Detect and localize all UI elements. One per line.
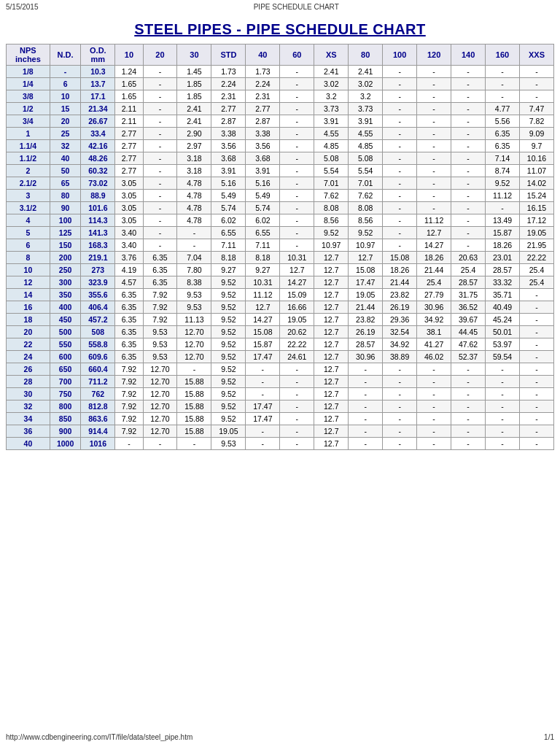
cell-r0-c3: 1.24	[115, 66, 143, 78]
cell-r28-c10: -	[349, 413, 383, 425]
cell-r17-c2: 323.9	[81, 276, 115, 289]
cell-r13-c6: 6.55	[211, 227, 246, 239]
cell-r11-c11: -	[383, 202, 417, 214]
cell-r22-c11: 34.92	[383, 338, 417, 351]
cell-r30-c10: -	[349, 438, 383, 450]
cell-r26-c0: 30	[7, 388, 50, 400]
cell-r21-c14: 50.01	[486, 326, 520, 338]
cell-r11-c6: 5.74	[211, 202, 246, 214]
cell-r17-c6: 9.52	[211, 276, 246, 289]
cell-r4-c14: 5.56	[486, 115, 520, 128]
cell-r17-c0: 12	[7, 276, 50, 289]
cell-r29-c6: 19.05	[211, 425, 246, 438]
cell-r11-c13: -	[451, 202, 486, 214]
cell-r14-c5: -	[177, 239, 211, 252]
table-row: 26650660.47.9212.70-9.52--12.7------	[7, 363, 554, 376]
cell-r3-c12: -	[417, 103, 451, 115]
cell-r29-c15: -	[520, 425, 554, 438]
cell-r8-c2: 60.32	[81, 165, 115, 177]
cell-r10-c8: -	[280, 190, 314, 202]
cell-r9-c8: -	[280, 177, 314, 190]
cell-r12-c0: 4	[7, 214, 50, 227]
cell-r9-c6: 5.16	[211, 177, 246, 190]
cell-r29-c4: 12.70	[143, 425, 177, 438]
cell-r2-c3: 1.65	[115, 90, 143, 103]
cell-r9-c12: -	[417, 177, 451, 190]
cell-r12-c12: 11.12	[417, 214, 451, 227]
cell-r27-c6: 9.52	[211, 400, 246, 413]
cell-r5-c9: 4.55	[314, 128, 349, 140]
cell-r3-c4: -	[143, 103, 177, 115]
cell-r17-c10: 17.47	[349, 276, 383, 289]
cell-r16-c9: 12.7	[314, 264, 349, 276]
cell-r14-c8: -	[280, 239, 314, 252]
cell-r13-c10: 9.52	[349, 227, 383, 239]
cell-r21-c13: 44.45	[451, 326, 486, 338]
cell-r28-c6: 9.52	[211, 413, 246, 425]
cell-r26-c11: -	[383, 388, 417, 400]
cell-r9-c13: -	[451, 177, 486, 190]
cell-r23-c13: 52.37	[451, 351, 486, 363]
cell-r0-c5: 1.45	[177, 66, 211, 78]
cell-r23-c12: 46.02	[417, 351, 451, 363]
cell-r19-c11: 26.19	[383, 301, 417, 314]
col-10: 10	[115, 44, 143, 66]
cell-r2-c1: 10	[50, 90, 81, 103]
cell-r1-c4: -	[143, 78, 177, 90]
cell-r21-c12: 38.1	[417, 326, 451, 338]
col-60: 60	[280, 44, 314, 66]
cell-r28-c15: -	[520, 413, 554, 425]
cell-r9-c11: -	[383, 177, 417, 190]
col-40: 40	[246, 44, 280, 66]
table-row: 36900914.47.9212.7015.8819.05--12.7-----…	[7, 425, 554, 438]
cell-r4-c0: 3/4	[7, 115, 50, 128]
cell-r13-c13: -	[451, 227, 486, 239]
cell-r30-c8: -	[280, 438, 314, 450]
cell-r29-c2: 914.4	[81, 425, 115, 438]
cell-r16-c5: 7.80	[177, 264, 211, 276]
cell-r11-c10: 8.08	[349, 202, 383, 214]
cell-r2-c13: -	[451, 90, 486, 103]
cell-r29-c10: -	[349, 425, 383, 438]
cell-r0-c4: -	[143, 66, 177, 78]
cell-r26-c15: -	[520, 388, 554, 400]
cell-r28-c7: 17.47	[246, 413, 280, 425]
cell-r10-c2: 88.9	[81, 190, 115, 202]
cell-r1-c13: -	[451, 78, 486, 90]
cell-r30-c3: -	[115, 438, 143, 450]
cell-r11-c1: 90	[50, 202, 81, 214]
cell-r24-c14: -	[486, 363, 520, 376]
cell-r22-c0: 22	[7, 338, 50, 351]
cell-r19-c7: 12.7	[246, 301, 280, 314]
cell-r1-c3: 1.65	[115, 78, 143, 90]
cell-r23-c10: 30.96	[349, 351, 383, 363]
cell-r22-c3: 6.35	[115, 338, 143, 351]
cell-r20-c2: 457.2	[81, 314, 115, 326]
cell-r21-c5: 12.70	[177, 326, 211, 338]
cell-r27-c2: 812.8	[81, 400, 115, 413]
cell-r21-c1: 500	[50, 326, 81, 338]
page-footer: http://www.cdbengineering.com/IT/file/da…	[0, 730, 560, 744]
cell-r13-c11: -	[383, 227, 417, 239]
cell-r26-c3: 7.92	[115, 388, 143, 400]
cell-r14-c2: 168.3	[81, 239, 115, 252]
cell-r1-c8: -	[280, 78, 314, 90]
cell-r28-c8: -	[280, 413, 314, 425]
cell-r0-c12: -	[417, 66, 451, 78]
cell-r2-c9: 3.2	[314, 90, 349, 103]
table-row: 28700711.27.9212.7015.889.52--12.7------	[7, 376, 554, 388]
cell-r5-c14: 6.35	[486, 128, 520, 140]
cell-r4-c5: 2.41	[177, 115, 211, 128]
cell-r6-c4: -	[143, 140, 177, 152]
cell-r21-c0: 20	[7, 326, 50, 338]
cell-r23-c9: 12.7	[314, 351, 349, 363]
cell-r12-c1: 100	[50, 214, 81, 227]
cell-r5-c7: 3.38	[246, 128, 280, 140]
cell-r7-c6: 3.68	[211, 152, 246, 165]
cell-r23-c0: 24	[7, 351, 50, 363]
cell-r29-c9: 12.7	[314, 425, 349, 438]
cell-r17-c8: 14.27	[280, 276, 314, 289]
cell-r24-c8: -	[280, 363, 314, 376]
cell-r3-c10: 3.73	[349, 103, 383, 115]
cell-r28-c0: 34	[7, 413, 50, 425]
